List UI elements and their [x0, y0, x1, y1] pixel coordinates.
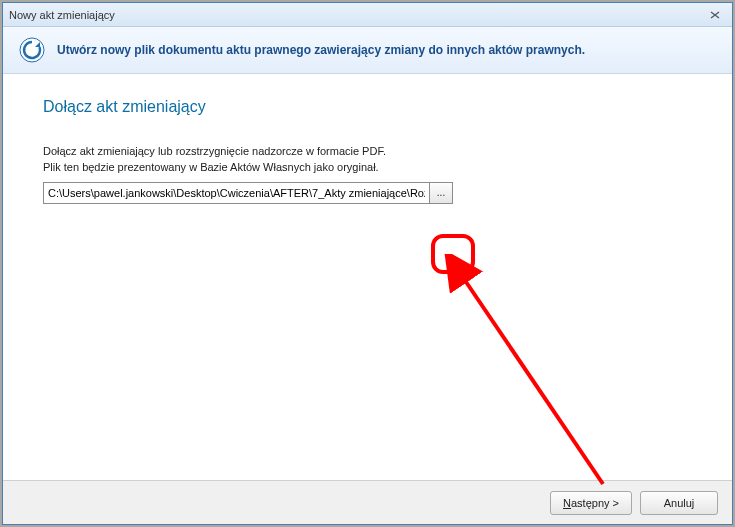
description-line-2: Plik ten będzie prezentowany w Bazie Akt… — [43, 160, 692, 176]
page-heading: Dołącz akt zmieniający — [43, 98, 692, 116]
wizard-window: Nowy akt zmieniający Utwórz nowy plik do… — [2, 2, 733, 525]
cancel-button-label: Anuluj — [664, 497, 695, 509]
titlebar: Nowy akt zmieniający — [3, 3, 732, 27]
close-icon — [710, 11, 720, 19]
wizard-page: Dołącz akt zmieniający Dołącz akt zmieni… — [3, 74, 732, 480]
browse-button[interactable]: ... — [429, 182, 453, 204]
close-button[interactable] — [704, 7, 726, 23]
button-bar: Następny > Anuluj — [3, 480, 732, 524]
svg-line-1 — [462, 276, 603, 484]
window-title: Nowy akt zmieniający — [9, 9, 704, 21]
cancel-button[interactable]: Anuluj — [640, 491, 718, 515]
banner: Utwórz nowy plik dokumentu aktu prawnego… — [3, 27, 732, 74]
annotation-highlight-circle — [431, 234, 475, 274]
refresh-icon — [19, 37, 45, 63]
file-path-row: ... — [43, 182, 453, 204]
file-path-input[interactable] — [43, 182, 429, 204]
next-button[interactable]: Następny > — [550, 491, 632, 515]
banner-text: Utwórz nowy plik dokumentu aktu prawnego… — [57, 43, 585, 57]
next-button-label: Następny > — [563, 497, 619, 509]
description-line-1: Dołącz akt zmieniający lub rozstrzygnięc… — [43, 144, 692, 160]
annotation-arrow — [303, 254, 623, 494]
